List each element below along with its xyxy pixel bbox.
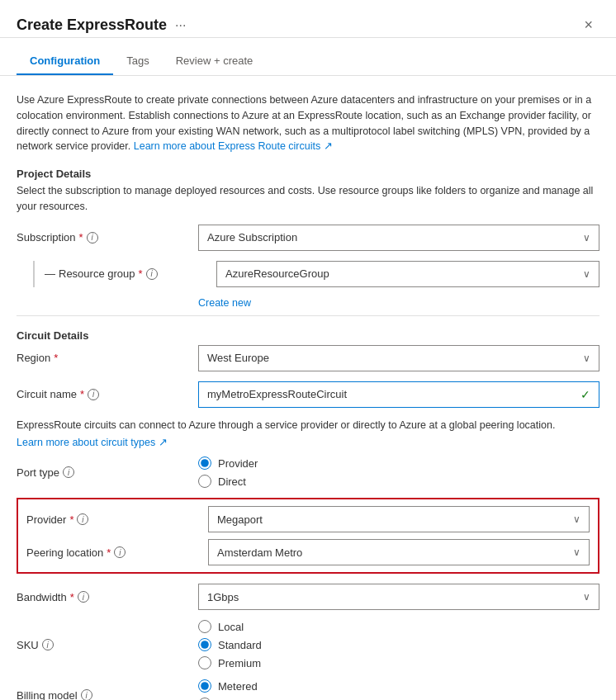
subscription-dropdown[interactable]: Azure Subscription ∨ [198,225,599,251]
close-button[interactable]: × [577,13,599,37]
sku-info-icon[interactable]: i [42,639,54,650]
divider-1 [17,315,599,316]
resource-group-row: — Resource group * i AzureResourceGroup … [35,261,599,287]
dialog-content: Use Azure ExpressRoute to create private… [0,76,616,700]
circuit-name-input[interactable]: myMetroExpressRouteCircuit ✓ [198,381,599,408]
region-chevron-icon: ∨ [583,352,590,364]
tabs-container: Configuration Tags Review + create [0,38,616,75]
provider-info-icon[interactable]: i [77,513,88,525]
learn-more-expressroute-link[interactable]: Learn more about Express Route circuits … [134,140,333,152]
bandwidth-chevron-icon: ∨ [583,591,590,603]
sku-standard-option[interactable]: Standard [198,638,599,651]
circuit-name-required: * [80,388,84,400]
peering-location-label: Peering location * i [26,546,208,559]
port-type-direct-radio[interactable] [198,475,211,488]
region-label: Region * [17,352,198,364]
dialog-title: Create ExpressRoute [17,17,167,34]
region-dropdown[interactable]: West Europe ∨ [198,345,599,371]
provider-dropdown[interactable]: Megaport ∨ [208,506,590,532]
subscription-required: * [79,231,83,244]
circuit-connect-desc: ExpressRoute circuits can connect to Azu… [17,418,599,433]
circuit-name-label: Circuit name * i [17,388,198,400]
bandwidth-info-icon[interactable]: i [78,591,89,603]
dialog-ellipsis[interactable]: ··· [175,18,186,33]
bandwidth-label: Bandwidth * i [17,591,198,603]
title-row: Create ExpressRoute ··· [17,17,186,34]
peering-location-row: Peering location * i Amsterdam Metro ∨ [26,539,590,565]
billing-metered-radio[interactable] [198,679,211,693]
peering-required: * [107,546,111,559]
subscription-row: Subscription * i Azure Subscription ∨ [17,225,599,251]
tab-configuration[interactable]: Configuration [17,48,113,75]
billing-row: Billing model i Metered Unlimited [17,679,599,700]
provider-chevron-icon: ∨ [573,513,580,525]
circuit-name-info-icon[interactable]: i [88,389,99,400]
provider-row: Provider * i Megaport ∨ [26,506,590,532]
port-type-provider-option[interactable]: Provider [198,456,599,470]
project-details-desc: Select the subscription to manage deploy… [17,183,599,215]
circuit-name-row: Circuit name * i myMetroExpressRouteCirc… [17,381,599,408]
port-type-info-icon[interactable]: i [63,466,74,478]
tab-tags[interactable]: Tags [113,48,162,75]
learn-more-circuit-link[interactable]: Learn more about circuit types ↗ [17,436,168,448]
dialog-header: Create ExpressRoute ··· × [0,0,616,38]
port-type-label: Port type i [17,466,198,479]
resource-group-required: * [139,267,143,280]
peering-chevron-icon: ∨ [573,546,580,558]
circuit-details-title: Circuit Details [17,329,599,342]
billing-info-icon[interactable]: i [81,689,92,700]
port-type-direct-option[interactable]: Direct [198,475,599,488]
highlighted-provider-section: Provider * i Megaport ∨ Peering location… [17,498,599,574]
subscription-info-icon[interactable]: i [87,232,98,244]
sku-label: SKU i [17,639,198,651]
provider-required: * [69,513,73,526]
subscription-label: Subscription * i [17,231,198,244]
sku-premium-option[interactable]: Premium [198,656,599,669]
resource-group-chevron-icon: ∨ [583,268,590,280]
project-details-title: Project Details [17,168,599,180]
region-required: * [54,352,58,364]
resource-group-info-icon[interactable]: i [146,268,158,280]
port-type-options: Provider Direct [198,456,599,488]
billing-metered-option[interactable]: Metered [198,679,599,693]
sku-options: Local Standard Premium [198,620,599,669]
port-type-row: Port type i Provider Direct [17,456,599,488]
billing-label: Billing model i [17,689,198,700]
tab-review-create[interactable]: Review + create [163,48,267,75]
create-expressroute-dialog: Create ExpressRoute ··· × Configuration … [0,0,616,700]
resource-group-label: — Resource group * i [35,267,216,280]
region-row: Region * West Europe ∨ [17,345,599,371]
subscription-chevron-icon: ∨ [583,232,590,244]
provider-label: Provider * i [26,513,208,526]
tab-list: Configuration Tags Review + create [17,48,266,75]
port-type-provider-radio[interactable] [198,456,211,470]
billing-options: Metered Unlimited [198,679,599,700]
bandwidth-row: Bandwidth * i 1Gbps ∨ [17,584,599,610]
circuit-name-check-icon: ✓ [580,388,590,401]
sku-local-option[interactable]: Local [198,620,599,633]
sku-local-radio[interactable] [198,620,211,633]
peering-location-dropdown[interactable]: Amsterdam Metro ∨ [208,539,590,565]
peering-info-icon[interactable]: i [114,546,126,558]
intro-description: Use Azure ExpressRoute to create private… [17,92,599,154]
sku-standard-radio[interactable] [198,638,211,651]
sku-row: SKU i Local Standard Premium [17,620,599,669]
bandwidth-required: * [70,591,74,603]
create-new-link[interactable]: Create new [198,297,599,309]
sku-premium-radio[interactable] [198,656,211,669]
resource-group-dropdown[interactable]: AzureResourceGroup ∨ [216,261,599,287]
bandwidth-dropdown[interactable]: 1Gbps ∨ [198,584,599,610]
